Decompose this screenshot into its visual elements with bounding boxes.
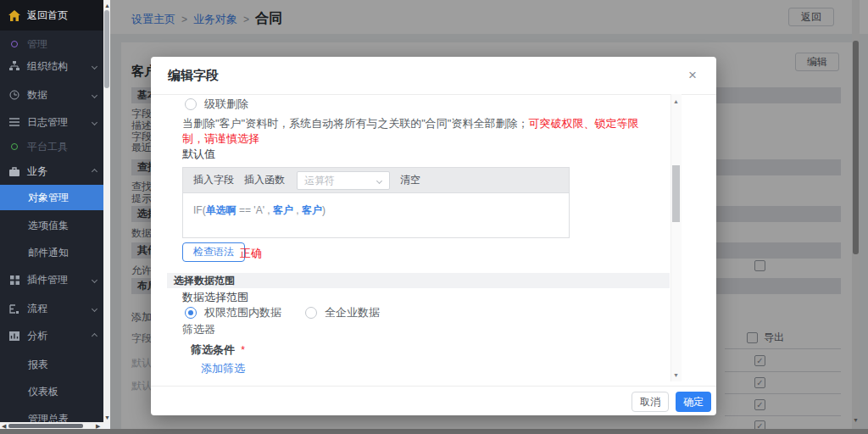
chart-icon (8, 330, 20, 342)
default-value-label: 默认值 (182, 147, 215, 162)
formula-toolbar: 插入字段 插入函数 运算符 清空 (182, 167, 570, 192)
data-range-label: 数据选择范围 (182, 290, 248, 305)
radio-icon[interactable] (185, 98, 197, 110)
chevron-down-icon (92, 63, 97, 69)
sidebar-item-label: 流程 (27, 302, 47, 316)
formula-editor[interactable]: IF(单选啊 == 'A' , 客户 , 客户) (182, 192, 570, 238)
radio-selected-icon[interactable] (185, 307, 197, 319)
chevron-down-icon (92, 305, 97, 311)
circle-icon (8, 141, 20, 153)
sidebar: 返回首页 管理 组织结构 数据 日志管理 (0, 0, 103, 434)
chevron-down-icon (376, 177, 382, 183)
scroll-down-icon[interactable] (673, 372, 679, 378)
filter-label: 筛选器 (182, 322, 215, 337)
data-range-radio-group: 权限范围内数据 全企业数据 (185, 305, 380, 320)
list-icon (8, 116, 20, 128)
sidebar-item-label: 业务 (27, 164, 47, 179)
sidebar-item-admin[interactable]: 管理 (0, 32, 103, 56)
sidebar-home[interactable]: 返回首页 (0, 0, 103, 31)
circle-icon (8, 38, 20, 50)
home-icon (8, 9, 20, 21)
cascade-delete-label: 级联删除 (204, 97, 248, 112)
dialog-scrollbar-thumb[interactable] (672, 165, 680, 222)
sidebar-item-object-management[interactable]: 对象管理 (0, 185, 103, 210)
chevron-down-icon (92, 119, 97, 125)
sidebar-home-label: 返回首页 (27, 8, 68, 23)
formula-field-token[interactable]: 客户 (273, 204, 293, 216)
divider (151, 94, 716, 95)
sidebar-item-label: 仪表板 (28, 385, 58, 399)
confirm-button[interactable]: 确定 (676, 392, 711, 412)
sidebar-item-workflow[interactable]: 流程 (0, 297, 103, 320)
radio-option-permission-scope[interactable]: 权限范围内数据 (204, 305, 281, 320)
check-syntax-button[interactable]: 检查语法 (182, 242, 245, 262)
sidebar-item-label: 选项值集 (28, 219, 69, 233)
chevron-up-icon (92, 332, 97, 338)
chevron-down-icon (92, 92, 97, 97)
formula-function: IF( (193, 204, 206, 216)
operator-select-placeholder: 运算符 (304, 175, 335, 186)
formula-separator: , (293, 204, 302, 216)
cascade-delete-description: 当删除"客户"资料时，系统自动将所有与之关联的"合同"资料全部删除；可突破权限、… (182, 116, 657, 147)
grid-icon (8, 274, 20, 286)
close-icon[interactable]: × (682, 65, 703, 86)
app-window: 设置主页>业务对象>合同 返回 客户2 编辑 基本信息 查找信息 选择数据 其他… (0, 0, 868, 434)
cascade-delete-option[interactable]: 级联删除 (185, 97, 248, 112)
flow-icon (8, 303, 20, 314)
org-tree-icon (8, 60, 20, 72)
sidebar-item-dashboard[interactable]: 仪表板 (0, 380, 103, 403)
clear-button[interactable]: 清空 (400, 173, 420, 187)
scroll-down-icon[interactable] (853, 417, 859, 423)
radio-icon[interactable] (305, 307, 317, 319)
formula-field-token[interactable]: 客户 (302, 204, 322, 216)
sidebar-item-label: 管理 (27, 37, 47, 52)
sidebar-item-option-value-set[interactable]: 选项值集 (0, 214, 103, 237)
formula-field-token[interactable]: 单选啊 (206, 204, 236, 216)
sidebar-item-label: 日志管理 (27, 115, 68, 130)
sidebar-item-label: 数据 (27, 88, 47, 103)
chevron-down-icon (92, 276, 97, 282)
sidebar-item-platform-tools[interactable]: 平台工具 (0, 135, 103, 159)
required-asterisk: * (241, 344, 245, 356)
sidebar-item-business[interactable]: 业务 (0, 159, 103, 183)
sidebar-item-org-structure[interactable]: 组织结构 (0, 54, 103, 78)
insert-field-button[interactable]: 插入字段 (193, 173, 234, 187)
sidebar-item-log-management[interactable]: 日志管理 (0, 110, 103, 134)
sidebar-item-label: 组织结构 (27, 59, 68, 74)
filter-condition-label: 筛选条件 (191, 343, 235, 356)
edit-field-dialog: 编辑字段 × 级联删除 当删除"客户"资料时，系统自动将所有与之关联的"合同"资… (151, 57, 716, 415)
operator-select[interactable]: 运算符 (297, 171, 390, 190)
dialog-scrollbar-track[interactable] (670, 94, 682, 381)
sidebar-scrollbar-thumb[interactable] (104, 10, 109, 88)
scroll-up-icon[interactable] (104, 3, 110, 8)
sidebar-item-report[interactable]: 报表 (0, 353, 103, 376)
select-data-range-header: 选择数据范围 (167, 273, 670, 288)
add-filter-link[interactable]: 添加筛选 (201, 361, 245, 376)
formula-close-paren: ) (322, 204, 326, 216)
radio-option-all-enterprise[interactable]: 全企业数据 (325, 305, 380, 320)
page-horizontal-scrollbar[interactable] (0, 429, 868, 434)
sidebar-item-label: 报表 (28, 358, 48, 372)
sidebar-item-plugin-management[interactable]: 插件管理 (0, 268, 103, 292)
syntax-result-text: 正确 (240, 246, 262, 261)
briefcase-icon (8, 165, 20, 177)
formula-operator: == 'A' , (236, 204, 273, 216)
chevron-up-icon (92, 168, 97, 174)
scroll-right-icon[interactable] (96, 423, 100, 429)
clock-icon (8, 89, 20, 101)
cancel-button[interactable]: 取消 (632, 392, 669, 412)
sidebar-item-analysis[interactable]: 分析 (0, 324, 103, 348)
sidebar-item-data[interactable]: 数据 (0, 83, 103, 107)
insert-function-button[interactable]: 插入函数 (244, 173, 285, 187)
sidebar-item-label: 分析 (27, 329, 47, 343)
sidebar-item-label: 对象管理 (28, 191, 69, 205)
sidebar-item-mail-notification[interactable]: 邮件通知 (0, 241, 103, 264)
sidebar-hscrollbar-thumb[interactable] (8, 424, 83, 428)
scroll-up-icon[interactable] (673, 98, 679, 104)
scroll-down-icon[interactable] (104, 415, 110, 420)
filter-condition-row: 筛选条件 * (191, 342, 245, 358)
sidebar-item-label: 平台工具 (27, 140, 68, 154)
scroll-left-icon[interactable] (2, 423, 6, 429)
sidebar-item-label: 插件管理 (27, 273, 68, 287)
dialog-title: 编辑字段 (168, 57, 219, 94)
